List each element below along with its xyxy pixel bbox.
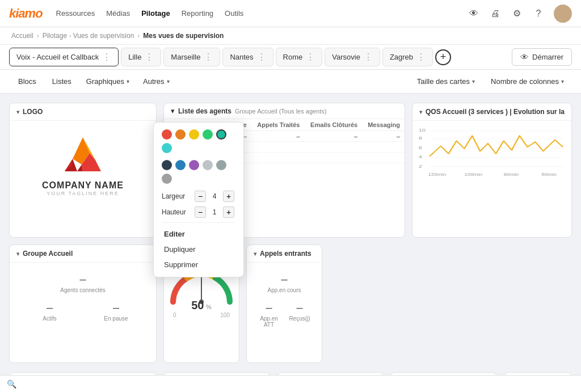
search-input[interactable]: [21, 380, 574, 388]
hauteur-minus[interactable]: −: [195, 206, 206, 218]
demarrer-button[interactable]: 👁 Démarrer: [512, 48, 572, 66]
agent-list-chevron[interactable]: ▾: [171, 107, 175, 115]
agent-list-subtitle: Groupe Accueil (Tous les agents): [235, 108, 326, 115]
agent-list-title: Liste des agents: [178, 107, 231, 115]
breadcrumb: Accueil › Pilotage - Vues de supervision…: [0, 27, 581, 45]
actifs-label: Actifs: [43, 315, 56, 322]
tab-marseille[interactable]: Marseille ⋮: [163, 48, 220, 66]
tab-label-4: Rome: [283, 53, 303, 61]
color-dot-cyan[interactable]: [162, 143, 172, 153]
color-dot-medgray[interactable]: [162, 174, 172, 184]
color-dot-green[interactable]: [203, 129, 213, 140]
help-icon[interactable]: ?: [532, 7, 545, 20]
gauge-unit: %: [206, 304, 212, 310]
tab-menu-1[interactable]: ⋮: [145, 52, 154, 62]
brand-logo[interactable]: kiamo: [9, 6, 43, 21]
tab-menu-4[interactable]: ⋮: [306, 52, 315, 62]
toolbar-listes[interactable]: Listes: [45, 74, 78, 88]
recus-stat: – Reçus(j): [284, 298, 315, 331]
toolbar-colonnes[interactable]: Nombre de colonnes ▾: [485, 74, 570, 88]
color-palette-row1: [162, 129, 235, 153]
nav-reporting[interactable]: Reporting: [182, 7, 213, 20]
context-popup: Largeur − 4 + Hauteur − 1 + Editer Dupli…: [153, 122, 244, 277]
color-dot-orange[interactable]: [175, 129, 186, 140]
tab-menu-2[interactable]: ⋮: [204, 52, 213, 62]
tab-voix-accueil[interactable]: Voix - Accueil et Callback ⋮: [9, 48, 119, 66]
largeur-label: Largeur: [162, 192, 191, 200]
largeur-minus[interactable]: −: [195, 191, 206, 202]
color-dot-yellow[interactable]: [189, 129, 199, 140]
toolbar-blocs[interactable]: Blocs: [11, 74, 43, 88]
qos-chart-area: 10 8 6 4 2 120min 100min 80min 60min: [412, 121, 571, 188]
en-pause-stat: – En pause: [83, 298, 149, 325]
qos-title: QOS Accueil (3 services ) | Evolution su…: [426, 108, 565, 116]
autres-chevron: ▾: [167, 78, 170, 85]
color-dot-lightgray[interactable]: [203, 160, 213, 170]
app-en-att-value: –: [266, 301, 272, 314]
groupe-accueil-header: ▾ Groupe Accueil: [10, 245, 156, 263]
svg-text:60min: 60min: [542, 173, 557, 177]
avatar[interactable]: [554, 5, 572, 23]
tabs-right: 👁 Démarrer: [512, 48, 572, 66]
nav-pilotage[interactable]: Pilotage: [141, 7, 170, 20]
tab-add-button[interactable]: +: [435, 49, 451, 65]
en-pause-value: –: [113, 301, 119, 314]
color-dot-gray[interactable]: [216, 160, 226, 170]
popup-dupliquer[interactable]: Dupliquer: [162, 242, 235, 257]
largeur-row: Largeur − 4 +: [162, 191, 235, 202]
toolbar-taille-cartes[interactable]: Taille des cartes ▾: [411, 74, 481, 88]
largeur-value: 4: [209, 192, 220, 200]
color-dot-purple[interactable]: [189, 160, 199, 170]
svg-text:10: 10: [419, 128, 426, 133]
color-dot-darkblue[interactable]: [162, 160, 172, 170]
color-dot-teal[interactable]: [216, 129, 226, 140]
tagline: YOUR TAGLINE HERE: [47, 191, 119, 196]
app-en-cours-value: –: [281, 273, 287, 286]
hauteur-value: 1: [209, 208, 220, 216]
svg-text:100min: 100min: [464, 173, 482, 177]
appels-card: ▾ Appels entrants – App.en cours – App.e…: [246, 245, 322, 363]
tab-varsovie[interactable]: Varsovie ⋮: [325, 48, 380, 66]
nav-ressources[interactable]: Ressources: [56, 7, 95, 20]
print-icon[interactable]: 🖨: [489, 7, 502, 20]
toolbar-right: Taille des cartes ▾ Nombre de colonnes ▾: [411, 74, 570, 88]
tab-menu-0[interactable]: ⋮: [102, 52, 111, 62]
tab-menu-6[interactable]: ⋮: [416, 52, 426, 62]
logo-card: ▾ LOGO COMPANY NAME YOUR: [9, 103, 157, 238]
popup-editer[interactable]: Editer: [162, 226, 235, 242]
company-name: COMPANY NAME: [42, 180, 124, 191]
tab-zagreb[interactable]: Zagreb ⋮: [382, 48, 433, 66]
toolbar-graphiques[interactable]: Graphiques ▾: [81, 74, 135, 88]
breadcrumb-accueil[interactable]: Accueil: [11, 32, 33, 40]
settings-icon[interactable]: ⚙: [511, 7, 523, 20]
logo-chevron[interactable]: ▾: [16, 109, 19, 115]
tab-nantes[interactable]: Nantes ⋮: [222, 48, 273, 66]
popup-supprimer[interactable]: Supprimer: [162, 257, 235, 272]
app-en-att-stat: – App.en ATT: [254, 298, 284, 331]
appels-chevron[interactable]: ▾: [254, 251, 256, 257]
color-dot-red[interactable]: [162, 129, 172, 140]
gauge-min: 0: [173, 312, 176, 318]
eye-nav-icon[interactable]: 👁: [468, 7, 480, 20]
app-en-att-label: App.en ATT: [256, 315, 282, 328]
agents-connectes-label: Agents connectés: [60, 287, 106, 293]
hauteur-plus[interactable]: +: [223, 206, 234, 218]
tab-label-3: Nantes: [230, 53, 253, 61]
tab-label-2: Marseille: [171, 53, 200, 61]
svg-text:2: 2: [419, 164, 422, 169]
tab-rome[interactable]: Rome ⋮: [276, 48, 323, 66]
largeur-plus[interactable]: +: [223, 191, 234, 202]
nav-medias[interactable]: Médias: [106, 7, 130, 20]
tab-menu-5[interactable]: ⋮: [364, 52, 373, 62]
breadcrumb-pilotage[interactable]: Pilotage - Vues de supervision: [43, 32, 134, 40]
qos-chevron[interactable]: ▾: [419, 109, 422, 115]
color-palette-row2: [162, 160, 235, 184]
app-en-cours-stat: – App.en cours: [254, 268, 315, 298]
gauge-minmax: 0 100: [171, 312, 232, 318]
toolbar-autres[interactable]: Autres ▾: [137, 74, 175, 88]
color-dot-blue[interactable]: [175, 160, 186, 170]
tab-lille[interactable]: Lille ⋮: [121, 48, 161, 66]
tab-menu-3[interactable]: ⋮: [257, 52, 266, 62]
groupe-chevron[interactable]: ▾: [16, 251, 19, 257]
nav-outils[interactable]: Outils: [225, 7, 243, 20]
